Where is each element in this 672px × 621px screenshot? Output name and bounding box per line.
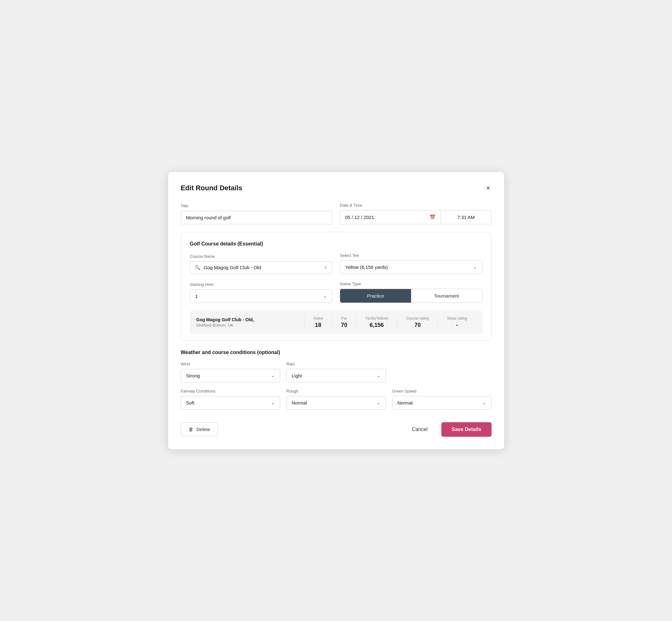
title-input[interactable] xyxy=(181,211,333,224)
course-info-location: Shelford Bottom, UK xyxy=(196,323,304,328)
title-label: Title xyxy=(181,204,333,208)
par-value: 70 xyxy=(341,322,347,329)
select-tee-label: Select Tee xyxy=(340,253,482,258)
cancel-button[interactable]: Cancel xyxy=(406,423,434,436)
course-rating-value: 70 xyxy=(414,322,421,329)
footer-row: 🗑 Delete Cancel Save Details xyxy=(181,416,492,437)
clear-icon[interactable]: ✕ xyxy=(324,265,328,270)
starting-hole-dropdown[interactable]: 1 ⌄ xyxy=(190,289,333,303)
chevron-down-icon: ⌄ xyxy=(377,373,380,378)
title-group: Title xyxy=(181,204,333,224)
wind-group: Wind Strong ⌄ xyxy=(181,362,280,382)
edit-round-modal: Edit Round Details × Title Date & Time 0… xyxy=(168,172,504,449)
golf-course-title: Golf Course details (Essential) xyxy=(190,241,482,247)
course-info-name-text: Gog Magog Golf Club - Old, xyxy=(196,317,304,322)
slope-rating-value: - xyxy=(456,322,458,329)
fairway-rough-green-row: Fairway Conditions Soft ⌄ Rough Normal ⌄… xyxy=(181,389,492,410)
holes-stat: Holes 18 xyxy=(304,316,332,329)
green-speed-value: Normal xyxy=(397,400,482,406)
chevron-down-icon: ⌄ xyxy=(271,373,275,378)
yards-label: Yards(Yellow) xyxy=(365,316,388,321)
green-speed-label: Green Speed xyxy=(392,389,492,394)
course-info-name: Gog Magog Golf Club - Old, Shelford Bott… xyxy=(196,317,304,328)
slope-rating-label: Slope rating xyxy=(447,316,467,321)
slope-rating-stat: Slope rating - xyxy=(437,316,476,329)
course-rating-stat: Course rating 70 xyxy=(397,316,437,329)
holes-value: 18 xyxy=(315,322,321,329)
tournament-button[interactable]: Tournament xyxy=(411,289,482,303)
select-tee-group: Select Tee Yellow (6,156 yards) ⌄ xyxy=(340,253,482,274)
weather-section-title: Weather and course conditions (optional) xyxy=(181,349,492,355)
course-rating-label: Course rating xyxy=(406,316,429,321)
green-speed-dropdown[interactable]: Normal ⌄ xyxy=(392,396,492,410)
modal-title: Edit Round Details xyxy=(181,184,243,192)
course-name-input[interactable] xyxy=(204,265,321,270)
footer-right: Cancel Save Details xyxy=(406,422,491,437)
course-name-label: Course Name xyxy=(190,254,333,259)
hole-gametype-row: Starting Hole 1 ⌄ Game Type Practice Tou… xyxy=(190,282,482,303)
chevron-down-icon: ⌄ xyxy=(473,264,477,270)
rough-label: Rough xyxy=(287,389,386,394)
save-details-button[interactable]: Save Details xyxy=(442,422,491,437)
rough-value: Normal xyxy=(292,400,377,406)
game-type-toggle: Practice Tournament xyxy=(340,289,482,303)
starting-hole-value: 1 xyxy=(195,293,323,299)
datetime-label: Date & Time xyxy=(340,203,492,208)
par-stat: Par 70 xyxy=(332,316,356,329)
yards-stat: Yards(Yellow) 6,156 xyxy=(356,316,397,329)
practice-button[interactable]: Practice xyxy=(340,289,411,303)
wind-label: Wind xyxy=(181,362,280,366)
date-input[interactable]: 05 / 12 / 2021 📅 xyxy=(340,210,441,224)
chevron-down-icon: ⌄ xyxy=(271,400,275,405)
fairway-dropdown[interactable]: Soft ⌄ xyxy=(181,396,280,410)
trash-icon: 🗑 xyxy=(189,427,194,432)
select-tee-dropdown[interactable]: Yellow (6,156 yards) ⌄ xyxy=(340,260,482,274)
rain-dropdown[interactable]: Light ⌄ xyxy=(287,369,386,382)
fairway-label: Fairway Conditions xyxy=(181,389,280,394)
golf-course-section: Golf Course details (Essential) Course N… xyxy=(181,232,492,341)
fairway-value: Soft xyxy=(186,400,271,406)
chevron-down-icon: ⌄ xyxy=(323,293,327,298)
rain-group: Rain Light ⌄ xyxy=(287,362,386,382)
chevron-down-icon: ⌄ xyxy=(482,400,486,405)
starting-hole-label: Starting Hole xyxy=(190,282,333,287)
holes-label: Holes xyxy=(313,316,323,321)
game-type-group: Game Type Practice Tournament xyxy=(340,282,482,303)
course-name-input-wrap[interactable]: 🔍 ✕ xyxy=(190,261,333,274)
modal-header: Edit Round Details × xyxy=(181,183,492,193)
par-label: Par xyxy=(341,316,347,321)
rain-value: Light xyxy=(292,373,377,378)
rain-label: Rain xyxy=(287,362,386,366)
rough-dropdown[interactable]: Normal ⌄ xyxy=(287,396,386,410)
rough-group: Rough Normal ⌄ xyxy=(287,389,386,410)
delete-button[interactable]: 🗑 Delete xyxy=(181,422,218,436)
time-input[interactable]: 7:31 AM xyxy=(441,210,492,224)
wind-dropdown[interactable]: Strong ⌄ xyxy=(181,369,280,382)
weather-section: Weather and course conditions (optional)… xyxy=(181,349,492,410)
course-info-card: Gog Magog Golf Club - Old, Shelford Bott… xyxy=(190,310,482,334)
wind-rain-row: Wind Strong ⌄ Rain Light ⌄ xyxy=(181,362,492,382)
wind-value: Strong xyxy=(186,373,271,378)
green-speed-group: Green Speed Normal ⌄ xyxy=(392,389,492,410)
date-value: 05 / 12 / 2021 xyxy=(345,215,426,220)
chevron-down-icon: ⌄ xyxy=(377,400,380,405)
starting-hole-group: Starting Hole 1 ⌄ xyxy=(190,282,333,303)
select-tee-value: Yellow (6,156 yards) xyxy=(345,264,473,270)
search-icon: 🔍 xyxy=(195,265,201,271)
delete-label: Delete xyxy=(197,427,210,432)
datetime-group: Date & Time 05 / 12 / 2021 📅 7:31 AM xyxy=(340,203,492,224)
fairway-group: Fairway Conditions Soft ⌄ xyxy=(181,389,280,410)
calendar-icon: 📅 xyxy=(429,214,436,220)
close-button[interactable]: × xyxy=(485,183,492,193)
yards-value: 6,156 xyxy=(370,322,384,329)
course-tee-row: Course Name 🔍 ✕ Select Tee Yellow (6,156… xyxy=(190,253,482,274)
title-datetime-row: Title Date & Time 05 / 12 / 2021 📅 7:31 … xyxy=(181,203,492,224)
game-type-label: Game Type xyxy=(340,282,482,286)
time-value: 7:31 AM xyxy=(457,215,474,220)
date-time-group: 05 / 12 / 2021 📅 7:31 AM xyxy=(340,210,492,224)
course-name-group: Course Name 🔍 ✕ xyxy=(190,254,333,274)
